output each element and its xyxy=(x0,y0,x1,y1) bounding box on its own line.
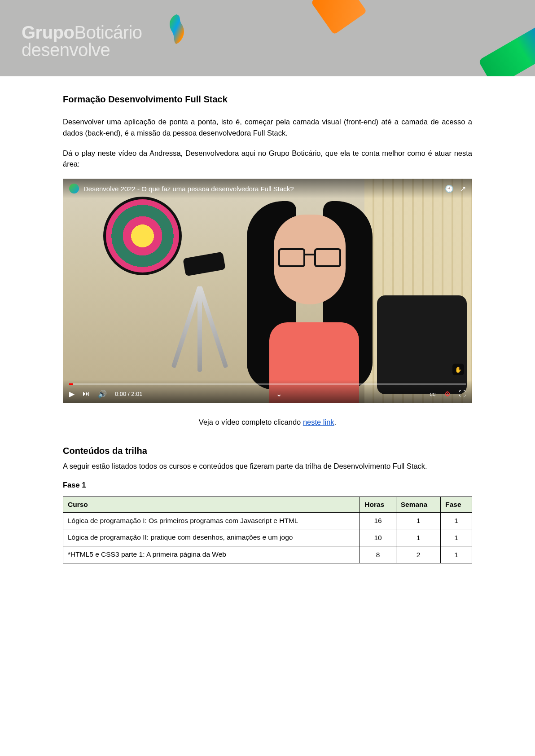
scene-tripod-icon xyxy=(166,259,238,372)
cell-course-name: Lógica de programação II: pratique com d… xyxy=(63,529,360,546)
intro-paragraph-1: Desenvolver uma aplicação de ponta a pon… xyxy=(63,116,472,139)
caption-suffix: . xyxy=(334,418,337,426)
fullscreen-icon[interactable]: ⛶ xyxy=(459,390,466,398)
brand-word-grupo: Grupo xyxy=(22,22,74,42)
caption-prefix: Veja o vídeo completo clicando xyxy=(199,418,303,426)
scene-chair-icon xyxy=(377,295,467,394)
video-time-display: 0:00 / 2:01 xyxy=(115,391,142,397)
chapters-chevron-icon[interactable]: ⌄ xyxy=(276,390,282,398)
volume-icon[interactable]: 🔊 xyxy=(98,390,107,398)
cell-phase: 1 xyxy=(441,512,472,529)
video-caption: Veja o vídeo completo clicando neste lin… xyxy=(63,417,472,428)
play-icon[interactable]: ▶ xyxy=(69,390,75,398)
video-controls-bar: ▶ ⏭ 🔊 0:00 / 2:01 ⌄ ㏄ ⚙ ⛶ xyxy=(63,380,472,403)
formation-title: Formação Desenvolvimento Full Stack xyxy=(63,94,472,105)
settings-gear-icon[interactable]: ⚙ xyxy=(444,390,451,398)
decor-swoosh-orange-icon xyxy=(311,0,367,35)
scene-presenter-icon xyxy=(233,188,386,399)
table-row: Lógica de programação I: Os primeiros pr… xyxy=(63,512,472,529)
brand-lockup: GrupoBoticário desenvolve xyxy=(22,22,142,60)
video-progress-fill xyxy=(69,383,73,385)
cell-hours: 10 xyxy=(360,529,396,546)
decor-swoosh-green-icon xyxy=(478,25,535,76)
share-icon[interactable]: ↗ xyxy=(460,185,466,193)
brand-word-boticario: Boticário xyxy=(74,22,142,42)
cell-phase: 1 xyxy=(441,529,472,546)
cell-week: 1 xyxy=(396,529,441,546)
brand-line-2: desenvolve xyxy=(22,40,142,60)
table-header-row: Curso Horas Semana Fase xyxy=(63,497,472,512)
phase-subheading: Fase 1 xyxy=(63,481,472,489)
video-still-frame xyxy=(63,179,472,403)
cell-week: 1 xyxy=(396,512,441,529)
accessibility-sign-language-icon[interactable]: ✋ xyxy=(452,364,464,375)
intro-paragraph-2: Dá o play neste vídeo da Andressa, Desen… xyxy=(63,148,472,170)
col-header-horas: Horas xyxy=(360,497,396,512)
video-title[interactable]: Desenvolve 2022 - O que faz uma pessoa d… xyxy=(83,185,294,193)
next-icon[interactable]: ⏭ xyxy=(83,390,90,398)
video-time-current: 0:00 xyxy=(115,391,126,397)
contents-intro: A seguir estão listados todos os cursos … xyxy=(63,461,472,472)
channel-avatar-icon[interactable] xyxy=(69,184,79,193)
video-progress-track[interactable] xyxy=(69,383,466,385)
col-header-curso: Curso xyxy=(63,497,360,512)
cell-course-name: Lógica de programação I: Os primeiros pr… xyxy=(63,512,360,529)
cell-hours: 8 xyxy=(360,546,396,563)
captions-icon[interactable]: ㏄ xyxy=(429,389,436,399)
brand-mark-icon xyxy=(164,13,189,45)
cell-hours: 16 xyxy=(360,512,396,529)
contents-title: Conteúdos da trilha xyxy=(63,446,472,456)
video-external-link[interactable]: neste link xyxy=(303,418,334,426)
cell-phase: 1 xyxy=(441,546,472,563)
youtube-embed[interactable]: Desenvolve 2022 - O que faz uma pessoa d… xyxy=(63,179,472,403)
watch-later-icon[interactable]: 🕘 xyxy=(445,185,454,193)
col-header-semana: Semana xyxy=(396,497,441,512)
table-row: *HTML5 e CSS3 parte 1: A primeira página… xyxy=(63,546,472,563)
video-time-total: 2:01 xyxy=(131,391,142,397)
page-content: Formação Desenvolvimento Full Stack Dese… xyxy=(0,76,535,563)
cell-course-name: *HTML5 e CSS3 parte 1: A primeira página… xyxy=(63,546,360,563)
page-header: GrupoBoticário desenvolve xyxy=(0,0,535,76)
courses-table: Curso Horas Semana Fase Lógica de progra… xyxy=(63,497,472,564)
table-row: Lógica de programação II: pratique com d… xyxy=(63,529,472,546)
col-header-fase: Fase xyxy=(441,497,472,512)
cell-week: 2 xyxy=(396,546,441,563)
video-title-bar: Desenvolve 2022 - O que faz uma pessoa d… xyxy=(63,179,472,198)
